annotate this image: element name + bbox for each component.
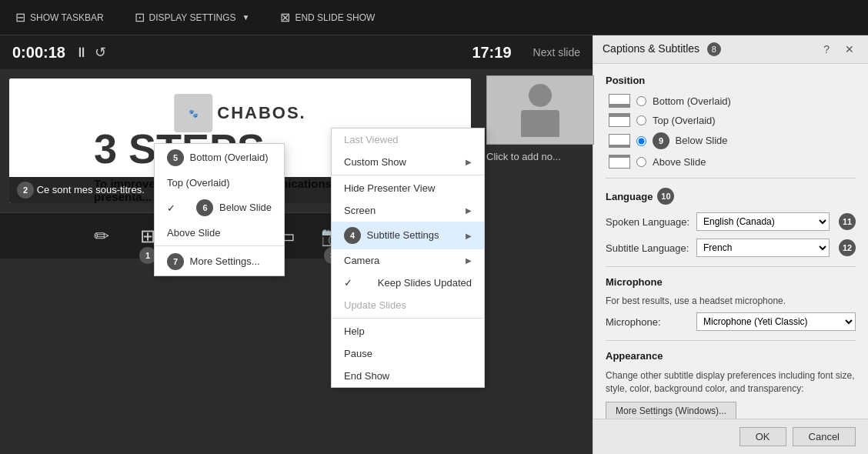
microphone-select[interactable]: Microphone (Yeti Classic): [696, 312, 856, 331]
callout-8: 8: [707, 42, 721, 56]
dropdown-arrow-icon: ▼: [242, 13, 250, 22]
header-controls: ? ✕: [819, 42, 859, 57]
submenu-bottom-overlaid[interactable]: 5 Bottom (Overlaid): [155, 144, 284, 172]
submenu-below-slide[interactable]: 6 Below Slide: [155, 194, 284, 222]
label-above-slide[interactable]: Above Slide: [653, 156, 706, 168]
presenter-panel: 0:00:18 ⏸ ↺ 17:19 Next slide 🐾 CHABOS.: [0, 35, 593, 454]
radio-bottom-overlaid[interactable]: [636, 96, 646, 106]
end-slideshow-button[interactable]: ⊠ END SLIDE SHOW: [274, 7, 381, 28]
microphone-section: Microphone For best results, use a heads…: [606, 276, 856, 331]
spoken-language-label: Spoken Language:: [606, 216, 690, 228]
callout-5: 5: [167, 149, 184, 166]
cancel-button[interactable]: Cancel: [793, 427, 856, 446]
label-top-overlaid[interactable]: Top (Overlaid): [653, 115, 716, 126]
grid-icon: ⊞: [140, 225, 155, 247]
callout-7: 7: [167, 253, 184, 270]
callout-2: 2: [17, 182, 34, 199]
display-icon: ⊡: [135, 10, 145, 25]
appearance-section: Appearance Change other subtitle display…: [606, 350, 856, 419]
close-button[interactable]: ✕: [840, 42, 859, 57]
preview-above-slide: [609, 155, 630, 169]
menu-keep-updated[interactable]: Keep Slides Updated: [332, 272, 484, 294]
divider-1: [606, 178, 856, 179]
appearance-description: Change other subtitle display preference…: [606, 369, 856, 396]
main-area: 0:00:18 ⏸ ↺ 17:19 Next slide 🐾 CHABOS.: [0, 35, 868, 454]
end-icon: ⊠: [280, 10, 290, 25]
menu-end-show[interactable]: End Show: [332, 365, 484, 387]
radio-row-bottom-overlaid: Bottom (Overlaid): [606, 94, 856, 108]
menu-last-viewed[interactable]: Last Viewed: [332, 129, 484, 151]
subtitle-language-row: Subtitle Language: French 12: [606, 239, 856, 257]
radio-above-slide[interactable]: [636, 157, 646, 167]
caption-text: Ce sont mes sous-titres.: [37, 184, 145, 195]
ok-button[interactable]: OK: [739, 427, 786, 446]
submenu-arrow-icon: ▶: [466, 158, 472, 166]
timer-display: 0:00:18: [12, 44, 65, 62]
submenu-more-settings[interactable]: 7 More Settings...: [155, 248, 284, 275]
menu-screen[interactable]: Screen ▶: [332, 199, 484, 222]
menu-help[interactable]: Help: [332, 320, 484, 342]
submenu-separator: [155, 245, 284, 246]
menu-pause[interactable]: Pause: [332, 342, 484, 365]
next-slide-add-note: Click to add no...: [486, 151, 594, 162]
menu-separator-2: [332, 318, 484, 319]
radio-below-slide[interactable]: [636, 136, 646, 146]
spoken-language-row: Spoken Language: English (Canada) 11: [606, 212, 856, 231]
microphone-row: Microphone: Microphone (Yeti Classic): [606, 312, 856, 331]
next-slide-thumbnail: [486, 75, 594, 145]
subtitle-language-label: Subtitle Language:: [606, 242, 690, 254]
position-section-label: Position: [606, 75, 856, 86]
context-menu: Last Viewed Custom Show ▶ Hide Presenter…: [331, 128, 485, 388]
pause-button[interactable]: ⏸: [75, 45, 88, 61]
submenu-top-overlaid[interactable]: Top (Overlaid): [155, 172, 284, 194]
label-bottom-overlaid[interactable]: Bottom (Overlaid): [653, 95, 731, 107]
top-toolbar: ⊟ SHOW TASKBAR ⊡ DISPLAY SETTINGS ▼ ⊠ EN…: [0, 0, 868, 35]
time-remaining-display: 17:19: [472, 44, 511, 62]
show-taskbar-button[interactable]: ⊟ SHOW TASKBAR: [9, 7, 110, 28]
callout-9: 9: [653, 132, 669, 149]
radio-top-overlaid[interactable]: [636, 115, 646, 125]
captions-panel: Captions & Subtitles 8 ? ✕ Position Bott…: [593, 35, 868, 454]
menu-hide-presenter[interactable]: Hide Presenter View: [332, 177, 484, 199]
radio-row-top-overlaid: Top (Overlaid): [606, 113, 856, 127]
divider-2: [606, 266, 856, 267]
language-section-label: Language: [606, 191, 653, 202]
restart-button[interactable]: ↺: [95, 44, 106, 61]
slide-brand: CHABOS.: [217, 103, 305, 123]
subtitle-submenu: 5 Bottom (Overlaid) Top (Overlaid) 6 Bel…: [154, 143, 285, 276]
pen-tool-button[interactable]: ✏: [86, 221, 117, 252]
submenu-arrow-subtitle-icon: ▶: [466, 232, 472, 240]
captions-footer: OK Cancel: [593, 419, 868, 454]
next-slide-label: Next slide: [533, 46, 580, 58]
microphone-field-label: Microphone:: [606, 316, 690, 328]
pen-icon: ✏: [94, 225, 109, 247]
radio-row-above-slide: Above Slide: [606, 155, 856, 169]
callout-11: 11: [839, 213, 856, 230]
captions-body: Position Bottom (Overlaid) Top (Overlaid…: [593, 64, 868, 419]
microphone-hint: For best results, use a headset micropho…: [606, 295, 856, 306]
appearance-section-label: Appearance: [606, 350, 856, 362]
captions-header: Captions & Subtitles 8 ? ✕: [593, 35, 868, 64]
radio-row-below-slide: 9 Below Slide: [606, 132, 856, 149]
captions-title-area: Captions & Subtitles 8: [603, 42, 721, 56]
spoken-language-select[interactable]: English (Canada): [696, 212, 830, 231]
divider-3: [606, 340, 856, 341]
menu-update-slides[interactable]: Update Slides: [332, 294, 484, 316]
presenter-content: 🐾 CHABOS. 3 STEPS To improve your scient…: [0, 69, 593, 454]
callout-4: 4: [344, 227, 361, 244]
preview-top-overlaid: [609, 113, 630, 127]
submenu-arrow-screen-icon: ▶: [466, 206, 472, 215]
help-button[interactable]: ?: [819, 42, 834, 57]
callout-12: 12: [839, 239, 856, 256]
submenu-above-slide[interactable]: Above Slide: [155, 222, 284, 244]
label-below-slide[interactable]: 9 Below Slide: [653, 132, 728, 149]
more-settings-button[interactable]: More Settings (Windows)...: [606, 402, 736, 419]
presenter-topbar: 0:00:18 ⏸ ↺ 17:19 Next slide: [0, 35, 593, 69]
menu-custom-show[interactable]: Custom Show ▶: [332, 151, 484, 173]
display-settings-button[interactable]: ⊡ DISPLAY SETTINGS ▼: [129, 7, 256, 28]
menu-camera[interactable]: Camera ▶: [332, 249, 484, 272]
captions-title: Captions & Subtitles: [603, 42, 699, 55]
subtitle-language-select[interactable]: French: [696, 239, 830, 257]
taskbar-icon: ⊟: [15, 10, 25, 25]
menu-subtitle-settings[interactable]: 4 Subtitle Settings ▶: [332, 222, 484, 249]
